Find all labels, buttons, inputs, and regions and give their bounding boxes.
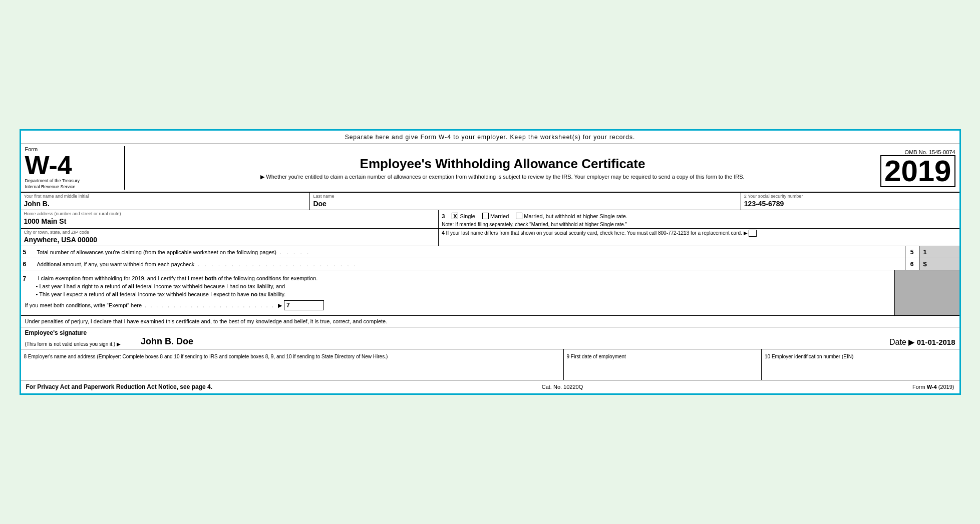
- row7-arrow: ▶: [278, 302, 282, 309]
- field4-cell: 4 If your last name differs from that sh…: [439, 229, 959, 246]
- tax-year: 2019: [880, 155, 955, 187]
- married-label: Married: [490, 213, 509, 219]
- row6-box: 6 $: [905, 258, 959, 270]
- row6-box-num: 6: [905, 258, 919, 270]
- row5-box-num: 5: [905, 246, 919, 258]
- footer-left: For Privacy Act and Paperwork Reduction …: [26, 383, 213, 390]
- row7-dots: . . . . . . . . . . . . . . . . . . . . …: [142, 303, 278, 308]
- row7: 7 I claim exemption from withholding for…: [21, 270, 959, 316]
- address-value: 1000 Main St: [24, 216, 436, 226]
- sig-note: (This form is not valid unless you sign …: [25, 341, 121, 347]
- row7-box-num: 7: [286, 302, 290, 309]
- row7-grey-area: [894, 270, 959, 315]
- emp10-label: 10 Employer identification number (EIN): [765, 354, 853, 359]
- perjury-text: Under penalties of perjury, I declare th…: [25, 318, 388, 324]
- married-checkbox[interactable]: [482, 213, 489, 219]
- row-city-field4: City or town, state, and ZIP code Anywhe…: [21, 229, 959, 246]
- row5-box-val[interactable]: 1: [919, 246, 959, 258]
- row7-first-line: 7 I claim exemption from withholding for…: [21, 273, 892, 282]
- city-label: City or town, state, and ZIP code: [24, 230, 436, 235]
- sig-title: Employee's signature: [25, 329, 795, 336]
- ssn-label: 2 Your social security number: [744, 194, 956, 199]
- married-higher-label: Married, but withhold at higher Single r…: [524, 213, 627, 219]
- row7-number: 7: [23, 275, 38, 282]
- header-center: Employee's Withholding Allowance Certifi…: [135, 156, 870, 180]
- address-cell: Home address (number and street or rural…: [21, 210, 439, 228]
- w4-form: Separate here and give Form W-4 to your …: [20, 129, 961, 395]
- row5-text: Total number of allowances you're claimi…: [36, 247, 905, 257]
- employer-value[interactable]: [24, 360, 560, 378]
- signature-row: Employee's signature (This form is not v…: [21, 327, 959, 349]
- married-higher-checkbox-item[interactable]: Married, but withhold at higher Single r…: [516, 213, 627, 219]
- single-checkbox-item[interactable]: X Single: [452, 213, 475, 219]
- row7-exempt-line: If you meet both conditions, write “Exem…: [21, 298, 892, 312]
- row-address-filing: Home address (number and street or rural…: [21, 210, 959, 229]
- married-higher-checkbox[interactable]: [516, 213, 522, 219]
- footer-right: Form W-4 (2019): [912, 384, 954, 390]
- last-name-label: Last name: [313, 194, 737, 199]
- first-name-label: Your first name and middle initial: [24, 194, 307, 199]
- ssn-cell: 2 Your social security number 123-45-678…: [741, 193, 959, 210]
- footer-row: For Privacy Act and Paperwork Reduction …: [21, 380, 959, 393]
- form-logo: Form W-4 Department of the Treasury Inte…: [25, 146, 125, 190]
- single-label: Single: [460, 213, 475, 219]
- first-name-cell: Your first name and middle initial John …: [21, 193, 310, 210]
- emp-label: 8 Employer's name and address (Employer:…: [24, 354, 388, 359]
- ssn-value: 123-45-6789: [744, 199, 956, 209]
- row5-number: 5: [21, 247, 36, 258]
- emp9-cell: 9 First date of employment: [564, 349, 762, 380]
- sig-name: John B. Doe: [141, 336, 193, 347]
- last-name-cell: Last name Doe: [310, 193, 741, 210]
- row7-main-text: I claim exemption from withholding for 2…: [38, 275, 318, 282]
- omb-section: OMB No. 1545-0074 2019: [875, 149, 955, 187]
- last-name-value: Doe: [313, 199, 737, 209]
- row6-box-val[interactable]: $: [919, 258, 959, 270]
- row6: 6 Additional amount, if any, you want wi…: [21, 258, 959, 270]
- row-name: Your first name and middle initial John …: [21, 193, 959, 210]
- row7-bullet2: • This year I expect a refund of all fed…: [21, 290, 892, 298]
- row7-exempt-text: If you meet both conditions, write “Exem…: [25, 302, 142, 308]
- dept2: Internal Revenue Service: [25, 184, 76, 190]
- city-value: Anywhere, USA 00000: [24, 235, 436, 245]
- sig-date: 01-01-2018: [917, 338, 955, 346]
- filing-number: 3: [442, 213, 445, 219]
- row5: 5 Total number of allowances you're clai…: [21, 246, 959, 258]
- filing-note: Note: If married filing separately, chec…: [442, 222, 956, 227]
- city-cell: City or town, state, and ZIP code Anywhe…: [21, 229, 439, 246]
- filing-cell: 3 X Single Married Married, but withhold…: [439, 210, 959, 228]
- dept1: Department of the Treasury: [25, 178, 80, 184]
- row7-box[interactable]: 7: [284, 300, 324, 310]
- form-title: Employee's Withholding Allowance Certifi…: [135, 156, 870, 172]
- field4-text: 4 If your last name differs from that sh…: [442, 230, 757, 236]
- emp9-value[interactable]: [567, 360, 759, 378]
- row7-bullet1: • Last year I had a right to a refund of…: [21, 282, 892, 290]
- emp10-cell: 10 Employer identification number (EIN): [762, 349, 959, 380]
- separator-line: Separate here and give Form W-4 to your …: [21, 131, 959, 144]
- perjury-row: Under penalties of perjury, I declare th…: [21, 316, 959, 327]
- sig-right: Date ▶ 01-01-2018: [795, 337, 955, 347]
- row5-dots: . . . . .: [278, 248, 312, 257]
- footer-center: Cat. No. 10220Q: [542, 384, 583, 390]
- married-checkbox-item[interactable]: Married: [482, 213, 509, 219]
- row7-main: 7 I claim exemption from withholding for…: [21, 270, 959, 315]
- employer-name-cell: 8 Employer's name and address (Employer:…: [21, 349, 564, 380]
- address-label: Home address (number and street or rural…: [24, 211, 436, 216]
- row7-text-area: 7 I claim exemption from withholding for…: [21, 270, 894, 315]
- row5-box: 5 1: [905, 246, 959, 258]
- sig-date-label: Date ▶: [889, 338, 914, 346]
- row6-number: 6: [21, 259, 36, 270]
- form-name: W-4: [25, 152, 72, 178]
- sig-left: Employee's signature (This form is not v…: [25, 329, 795, 347]
- emp10-value[interactable]: [765, 360, 956, 378]
- filing-status: 3 X Single Married Married, but withhold…: [442, 211, 956, 221]
- row6-dots: . . . . . . . . . . . . . . . . . . . . …: [196, 260, 360, 269]
- form-subtitle: ▶ Whether you're entitled to claim a cer…: [135, 174, 870, 180]
- first-name-value: John B.: [24, 199, 307, 209]
- header: Form W-4 Department of the Treasury Inte…: [21, 144, 959, 193]
- employer-row: 8 Employer's name and address (Employer:…: [21, 349, 959, 380]
- emp9-label: 9 First date of employment: [567, 354, 626, 359]
- single-checkbox[interactable]: X: [452, 213, 458, 219]
- row6-text: Additional amount, if any, you want with…: [36, 259, 905, 269]
